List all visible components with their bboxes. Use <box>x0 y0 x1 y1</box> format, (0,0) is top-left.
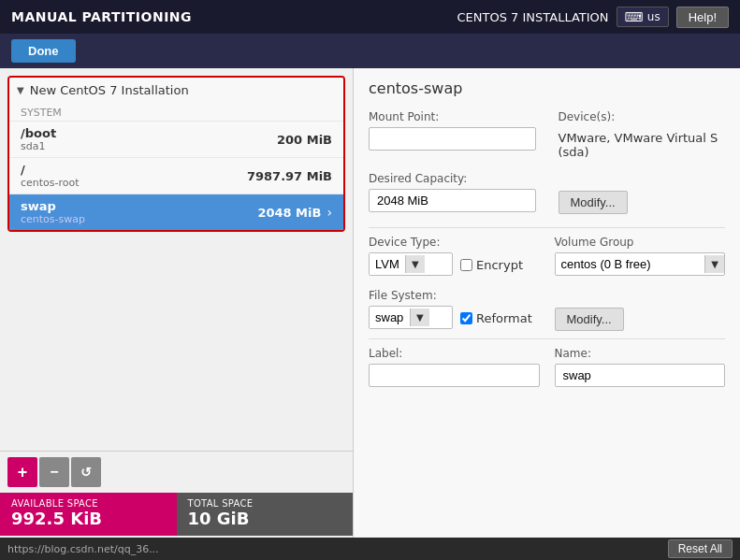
capacity-row: Desired Capacity: Modify... <box>369 172 725 214</box>
name-section: Name: <box>555 347 726 387</box>
reset-all-button[interactable]: Reset All <box>668 539 733 558</box>
device-type-select[interactable]: LVM <box>370 253 405 275</box>
reformat-group: Reformat <box>460 311 532 325</box>
divider-1 <box>369 227 725 228</box>
part-name-boot: /boot <box>21 126 56 140</box>
url-bar: https://blog.csdn.net/qq_36... Reset All <box>0 538 740 560</box>
section-title: centos-swap <box>369 79 725 97</box>
volume-group-label: Volume Group <box>555 236 726 249</box>
part-name-root: / <box>21 163 80 177</box>
group-header[interactable]: ▼ New CentOS 7 Installation <box>9 78 343 103</box>
available-space-box: AVAILABLE SPACE 992.5 KiB <box>0 493 177 536</box>
reformat-label: Reformat <box>476 311 532 325</box>
file-system-arrow-icon: ▼ <box>410 309 429 326</box>
available-space-value: 992.5 KiB <box>11 509 166 528</box>
file-system-select[interactable]: swap <box>370 307 410 328</box>
system-label: SYSTEM <box>9 103 343 121</box>
group-header-text: New CentOS 7 Installation <box>30 83 189 97</box>
file-system-select-wrapper[interactable]: swap ▼ <box>369 306 453 329</box>
main-content: ▼ New CentOS 7 Installation SYSTEM /boot… <box>0 68 740 560</box>
desired-capacity-label: Desired Capacity: <box>369 172 536 185</box>
devices-label: Device(s): <box>559 110 726 123</box>
file-system-label: File System: <box>369 289 540 302</box>
divider-2 <box>369 338 725 339</box>
file-system-section: File System: swap ▼ Reformat <box>369 289 540 331</box>
header-right: CENTOS 7 INSTALLATION ⌨ us Help! <box>457 7 729 28</box>
encrypt-checkbox[interactable] <box>460 259 472 271</box>
right-title: CENTOS 7 INSTALLATION <box>457 10 609 24</box>
part-left-swap: swap centos-swap <box>21 199 85 225</box>
done-button[interactable]: Done <box>11 39 76 63</box>
device-type-select-wrapper[interactable]: LVM ▼ <box>369 252 453 276</box>
modify-section-2: Modify... <box>555 289 726 331</box>
label-section: Label: <box>369 347 540 387</box>
part-size-boot: 200 MiB <box>277 133 332 147</box>
part-left-root: / centos-root <box>21 163 80 189</box>
reformat-checkbox[interactable] <box>460 312 472 324</box>
mount-point-input[interactable] <box>369 127 536 151</box>
device-type-volume-row: Device Type: LVM ▼ Encrypt Volume Grou <box>369 236 725 281</box>
label-name-row: Label: Name: <box>369 347 725 387</box>
app-title: MANUAL PARTITIONING <box>11 9 192 24</box>
part-sub-swap: centos-swap <box>21 213 85 225</box>
total-space-value: 10 GiB <box>188 509 342 528</box>
modify-group: Modify... <box>559 172 726 214</box>
left-panel: ▼ New CentOS 7 Installation SYSTEM /boot… <box>0 68 354 560</box>
space-info-bar: AVAILABLE SPACE 992.5 KiB TOTAL SPACE 10… <box>0 493 353 536</box>
refresh-button[interactable]: ↺ <box>71 457 101 487</box>
device-type-label: Device Type: <box>369 236 540 249</box>
partition-list-container: ▼ New CentOS 7 Installation SYSTEM /boot… <box>0 68 353 451</box>
help-button[interactable]: Help! <box>676 7 729 28</box>
device-type-section: Device Type: LVM ▼ Encrypt <box>369 236 540 281</box>
devices-group: Device(s): VMware, VMware Virtual S (sda… <box>559 110 726 159</box>
total-space-label: TOTAL SPACE <box>188 498 342 509</box>
volume-group-select[interactable]: centos (0 B free) <box>556 253 705 275</box>
part-right-boot: 200 MiB <box>277 133 332 147</box>
modify-button-2[interactable]: Modify... <box>555 308 624 331</box>
desired-capacity-group: Desired Capacity: <box>369 172 536 214</box>
volume-group-section: Volume Group centos (0 B free) ▼ <box>555 236 726 281</box>
url-text: https://blog.csdn.net/qq_36... <box>7 543 159 555</box>
devices-value: VMware, VMware Virtual S (sda) <box>559 127 726 159</box>
label-field-label: Label: <box>369 347 540 360</box>
part-size-swap: 2048 MiB <box>257 206 321 220</box>
filesystem-row: File System: swap ▼ Reformat <box>369 289 725 331</box>
keyboard-lang: us <box>647 10 660 23</box>
remove-partition-button[interactable]: − <box>39 457 69 487</box>
device-type-arrow-icon: ▼ <box>405 255 425 273</box>
mount-point-label: Mount Point: <box>369 110 536 123</box>
part-arrow-icon: › <box>326 205 332 220</box>
keyboard-icon: ⌨ <box>625 9 644 24</box>
part-sub-root: centos-root <box>21 177 80 189</box>
installation-group: ▼ New CentOS 7 Installation SYSTEM /boot… <box>7 76 345 232</box>
part-size-root: 7987.97 MiB <box>247 169 332 183</box>
encrypt-label: Encrypt <box>476 258 523 272</box>
encrypt-group: Encrypt <box>460 258 523 272</box>
part-right-swap: 2048 MiB › <box>257 205 332 220</box>
add-remove-bar: + − ↺ <box>0 452 353 493</box>
expand-icon: ▼ <box>17 85 24 95</box>
keyboard-indicator[interactable]: ⌨ us <box>617 7 669 27</box>
volume-group-arrow-icon: ▼ <box>704 255 724 273</box>
part-left-boot: /boot sda1 <box>21 126 56 152</box>
available-space-label: AVAILABLE SPACE <box>11 498 166 509</box>
right-panel: centos-swap Mount Point: Device(s): VMwa… <box>354 68 740 560</box>
part-name-swap: swap <box>21 199 85 213</box>
modify-button[interactable]: Modify... <box>559 191 628 214</box>
mount-point-row: Mount Point: Device(s): VMware, VMware V… <box>369 110 725 159</box>
name-field-label: Name: <box>555 347 726 360</box>
partition-item-swap[interactable]: swap centos-swap 2048 MiB › <box>9 194 343 230</box>
volume-group-select-wrapper[interactable]: centos (0 B free) ▼ <box>555 252 726 276</box>
label-input[interactable] <box>369 364 540 387</box>
done-row: Done <box>0 34 740 68</box>
desired-capacity-input[interactable] <box>369 189 536 212</box>
part-sub-boot: sda1 <box>21 140 56 152</box>
add-partition-button[interactable]: + <box>7 457 37 487</box>
partition-item-root[interactable]: / centos-root 7987.97 MiB <box>9 157 343 194</box>
part-right-root: 7987.97 MiB <box>247 169 332 183</box>
partition-item-boot[interactable]: /boot sda1 200 MiB <box>9 121 343 157</box>
total-space-box: TOTAL SPACE 10 GiB <box>177 493 354 536</box>
mount-point-group: Mount Point: <box>369 110 536 159</box>
header-bar: MANUAL PARTITIONING CENTOS 7 INSTALLATIO… <box>0 0 740 34</box>
name-input[interactable] <box>555 364 726 387</box>
